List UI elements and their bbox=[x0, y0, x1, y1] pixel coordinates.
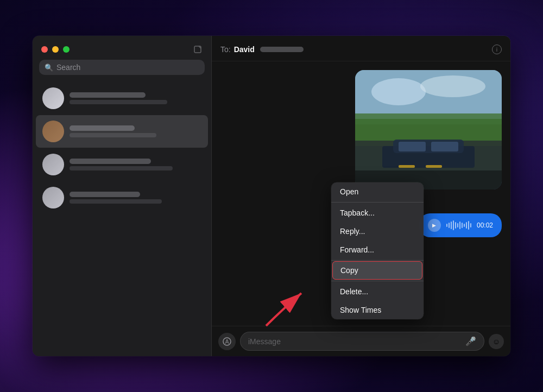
waveform-bar bbox=[459, 222, 460, 229]
search-icon: 🔍 bbox=[45, 64, 53, 72]
recipient-name: David bbox=[234, 45, 255, 54]
minimize-button[interactable] bbox=[52, 46, 59, 53]
chat-recipient-row: To: David bbox=[220, 45, 304, 54]
conversation-preview bbox=[70, 133, 156, 137]
svg-rect-14 bbox=[426, 165, 442, 168]
waveform-bar bbox=[470, 223, 471, 227]
recipient-blur bbox=[260, 47, 304, 52]
chat-header: To: David i bbox=[212, 36, 510, 61]
waveform-bar bbox=[464, 224, 465, 227]
svg-rect-7 bbox=[355, 119, 502, 141]
conversation-name bbox=[70, 92, 146, 98]
message-image bbox=[355, 70, 502, 189]
message-input[interactable]: iMessage 🎤 bbox=[240, 332, 484, 351]
conversation-name-row bbox=[70, 159, 201, 164]
context-menu-divider bbox=[331, 202, 424, 203]
conversation-list bbox=[33, 81, 211, 356]
sidebar-header bbox=[33, 36, 211, 60]
context-menu-divider bbox=[331, 281, 424, 281]
context-menu: Open Tapback... Reply... Forward... Copy… bbox=[331, 182, 424, 319]
conversation-preview bbox=[70, 100, 167, 104]
close-button[interactable] bbox=[41, 46, 48, 53]
context-menu-item-tapback[interactable]: Tapback... bbox=[331, 204, 424, 222]
sidebar: 🔍 Search bbox=[33, 36, 212, 356]
info-button[interactable]: i bbox=[492, 45, 502, 54]
conversation-content bbox=[70, 92, 201, 104]
conversation-item[interactable] bbox=[36, 148, 208, 181]
conversation-content bbox=[70, 125, 201, 137]
waveform-bar bbox=[446, 224, 447, 227]
svg-point-4 bbox=[371, 78, 426, 105]
conversation-preview bbox=[70, 199, 162, 204]
context-menu-item-delete[interactable]: Delete... bbox=[331, 282, 424, 301]
emoji-button[interactable]: ☺ bbox=[489, 334, 504, 349]
conversation-preview bbox=[70, 166, 173, 170]
input-placeholder: iMessage bbox=[248, 337, 281, 346]
message-image-container bbox=[220, 70, 502, 189]
waveform-bar bbox=[449, 223, 450, 228]
waveform-bar bbox=[466, 222, 467, 229]
context-menu-divider bbox=[331, 260, 424, 261]
svg-rect-12 bbox=[431, 142, 458, 151]
svg-text:A: A bbox=[225, 339, 229, 345]
apps-button[interactable]: A bbox=[218, 333, 236, 350]
image-content bbox=[355, 70, 502, 189]
conversation-name bbox=[70, 159, 151, 164]
context-menu-item-reply[interactable]: Reply... bbox=[331, 222, 424, 241]
context-menu-item-show-times[interactable]: Show Times bbox=[331, 301, 424, 319]
audio-bubble[interactable]: ▶ 00:02 bbox=[419, 213, 502, 237]
conversation-name-row bbox=[70, 192, 201, 197]
search-input-placeholder: Search bbox=[56, 63, 80, 72]
avatar bbox=[42, 87, 64, 109]
conversation-name bbox=[70, 192, 140, 197]
to-label: To: bbox=[220, 45, 231, 54]
context-menu-item-copy[interactable]: Copy bbox=[332, 261, 422, 280]
input-actions: 🎤 bbox=[465, 336, 476, 346]
waveform-bar bbox=[468, 221, 469, 230]
svg-point-5 bbox=[420, 75, 485, 97]
waveform-bar bbox=[457, 223, 458, 227]
avatar bbox=[42, 187, 64, 208]
fullscreen-button[interactable] bbox=[63, 46, 70, 53]
waveform-bar bbox=[451, 222, 452, 229]
conversation-item[interactable] bbox=[36, 181, 208, 214]
waveform-bar bbox=[462, 223, 463, 228]
search-bar[interactable]: 🔍 Search bbox=[39, 60, 205, 75]
context-menu-item-forward[interactable]: Forward... bbox=[331, 241, 424, 259]
conversation-name-row bbox=[70, 125, 201, 131]
messages-window: 🔍 Search bbox=[33, 36, 510, 356]
waveform-bar bbox=[455, 222, 456, 229]
conversation-content bbox=[70, 159, 201, 170]
chat-input-area: A iMessage 🎤 ☺ bbox=[212, 326, 510, 356]
avatar bbox=[42, 154, 64, 175]
play-button[interactable]: ▶ bbox=[428, 219, 441, 232]
audio-input-icon[interactable]: 🎤 bbox=[465, 336, 476, 346]
conversation-name bbox=[70, 125, 135, 131]
waveform-bar bbox=[453, 220, 454, 230]
conversation-content bbox=[70, 192, 201, 204]
context-menu-item-open[interactable]: Open bbox=[331, 182, 424, 201]
audio-duration: 00:02 bbox=[477, 222, 493, 229]
compose-button[interactable] bbox=[193, 45, 203, 54]
avatar bbox=[42, 121, 64, 142]
conversation-name-row bbox=[70, 92, 201, 98]
conversation-item[interactable] bbox=[36, 82, 208, 115]
svg-rect-11 bbox=[399, 142, 426, 151]
traffic-lights bbox=[41, 46, 70, 53]
audio-waveform bbox=[446, 220, 471, 231]
conversation-item[interactable] bbox=[36, 115, 208, 148]
svg-rect-13 bbox=[399, 165, 415, 168]
